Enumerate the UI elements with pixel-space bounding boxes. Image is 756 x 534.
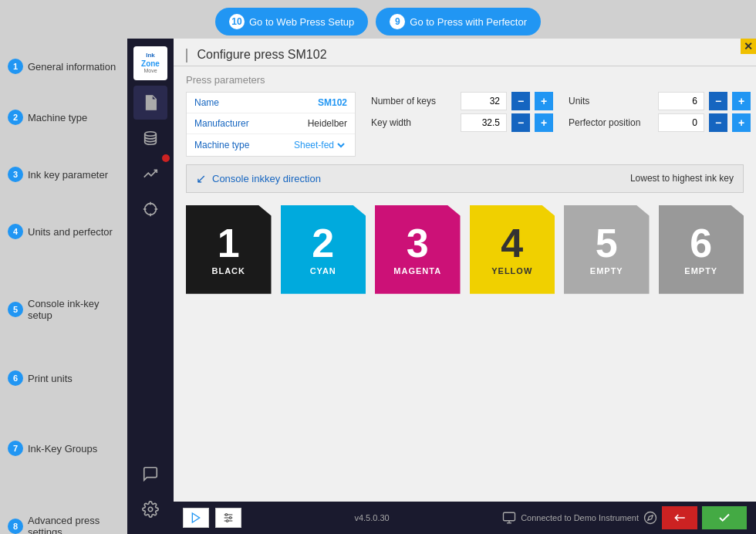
- sidebar-icon-chart[interactable]: [133, 157, 167, 191]
- svg-rect-1: [148, 105, 153, 106]
- bottom-bar: v4.5.0.30 Connected to Demo Instrument: [174, 502, 756, 534]
- sidebar-badge-1: 1: [8, 59, 23, 74]
- sidebar-label-8: Advanced press settings: [28, 515, 120, 534]
- press-with-perfector-button[interactable]: 9 Go to Press with Perfector: [376, 8, 541, 35]
- color-card-black[interactable]: 1 BLACK: [186, 205, 272, 294]
- sidebar-item-ink-key-parameter[interactable]: 3 Ink key parameter: [0, 161, 127, 188]
- bottom-right-actions: Connected to Demo Instrument: [502, 506, 747, 529]
- sidebar-item-print-units[interactable]: 6 Print units: [0, 364, 127, 392]
- web-press-label: Go to Web Press Setup: [249, 16, 354, 28]
- right-controls: Units 6 − + Perfector position 0 − +: [569, 92, 751, 157]
- key-width-plus[interactable]: +: [535, 113, 553, 132]
- color-card-magenta[interactable]: 3 MAGENTA: [375, 205, 461, 294]
- svg-point-3: [145, 204, 157, 215]
- console-icon: ↙: [196, 171, 206, 186]
- sidebar-badge-5: 5: [8, 302, 23, 317]
- color-number-6: 6: [690, 223, 712, 263]
- param-label-name: Name: [187, 93, 279, 113]
- color-card-yellow[interactable]: 4 YELLOW: [470, 205, 555, 294]
- console-inkkey-bar[interactable]: ↙ Console inkkey direction Lowest to hig…: [186, 164, 744, 193]
- color-number-2: 2: [312, 223, 334, 263]
- sidebar-item-units-and-perfector[interactable]: 4 Units and perfector: [0, 218, 127, 245]
- svg-marker-20: [648, 515, 653, 520]
- sidebar-label-2: Machine type: [28, 112, 87, 123]
- perfector-badge: 9: [390, 14, 405, 29]
- perfector-value: 0: [658, 113, 704, 132]
- color-number-3: 3: [407, 223, 429, 263]
- sidebar-badge-6: 6: [8, 370, 23, 386]
- checkmark-icon: [717, 511, 731, 525]
- confirm-action-button[interactable]: [702, 506, 747, 529]
- console-bar-left: ↙ Console inkkey direction: [196, 171, 321, 186]
- color-card-empty1[interactable]: 5 EMPTY: [564, 205, 650, 294]
- units-label: Units: [569, 96, 653, 106]
- warning-dot: [162, 154, 170, 162]
- sidebar-label-4: Units and perfector: [28, 226, 113, 238]
- sidebar-icon-database[interactable]: [133, 121, 167, 155]
- num-keys-label: Number of keys: [371, 96, 456, 106]
- color-number-5: 5: [596, 223, 618, 263]
- sidebar-item-machine-type[interactable]: 2 Machine type: [0, 103, 127, 131]
- color-card-empty2[interactable]: 6 EMPTY: [659, 205, 744, 294]
- num-keys-plus[interactable]: +: [535, 92, 553, 110]
- sidebar-item-console-ink-key[interactable]: 5 Console ink-key setup: [0, 292, 127, 327]
- version-text: v4.5.0.30: [354, 513, 389, 522]
- sidebar-icon-settings[interactable]: [133, 492, 167, 526]
- color-name-magenta: MAGENTA: [393, 266, 441, 275]
- sidebar-item-general-information[interactable]: 1 General information: [0, 52, 127, 80]
- top-button-bar: 10 Go to Web Press Setup 9 Go to Press w…: [0, 8, 756, 35]
- close-button[interactable]: ✕: [741, 39, 756, 54]
- svg-point-13: [225, 514, 228, 516]
- sidebar-badge-4: 4: [8, 224, 23, 239]
- perfector-minus[interactable]: −: [709, 113, 727, 132]
- color-name-empty2: EMPTY: [684, 266, 717, 275]
- sidebar-icon-file[interactable]: [133, 86, 167, 120]
- num-keys-value: 32: [461, 92, 507, 110]
- svg-point-14: [229, 517, 231, 519]
- sidebar-icon-crosshair[interactable]: [133, 192, 167, 226]
- console-bar-label: Console inkkey direction: [212, 173, 321, 184]
- press-parameters-section: Press parameters Name SM102 Manufacturer…: [174, 66, 756, 164]
- bottom-left-tools: [183, 508, 241, 528]
- color-card-cyan[interactable]: 2 CYAN: [281, 205, 366, 294]
- param-value-manufacturer: Heidelber: [279, 113, 355, 134]
- perfector-plus[interactable]: +: [732, 113, 751, 132]
- svg-point-15: [226, 520, 228, 522]
- web-press-badge: 10: [229, 14, 245, 29]
- number-of-keys-row: Number of keys 32 − +: [371, 92, 553, 110]
- middle-controls: Number of keys 32 − + Key width 32.5 − +: [371, 92, 553, 157]
- sidebar-item-advanced-press[interactable]: 8 Advanced press settings: [0, 509, 127, 534]
- main-content: ✕ Configure press SM102 Press parameters…: [174, 39, 756, 534]
- key-width-value: 32.5: [461, 113, 507, 132]
- settings-tool-button[interactable]: [215, 508, 241, 528]
- sidebar-label-7: Ink-Key Groups: [28, 443, 97, 455]
- page-title: Configure press SM102: [186, 48, 744, 63]
- num-keys-minus[interactable]: −: [511, 92, 530, 110]
- sidebar-labels-panel: 1 General information 2 Machine type 3 I…: [0, 39, 127, 534]
- color-name-empty1: EMPTY: [590, 266, 623, 275]
- units-minus[interactable]: −: [709, 92, 727, 110]
- param-row-machine-type: Machine type Sheet-fed: [187, 134, 355, 156]
- sidebar-icon-chat[interactable]: [133, 457, 167, 491]
- svg-rect-0: [148, 103, 154, 103]
- icon-sidebar: Ink Zone Move: [127, 39, 174, 534]
- color-number-4: 4: [501, 223, 523, 263]
- key-width-row: Key width 32.5 − +: [371, 113, 553, 132]
- units-plus[interactable]: +: [732, 92, 751, 110]
- navigate-button[interactable]: [183, 508, 209, 528]
- machine-type-select[interactable]: Sheet-fed: [291, 139, 347, 151]
- logo-button[interactable]: Ink Zone Move: [133, 46, 167, 80]
- section-title: Press parameters: [186, 74, 744, 86]
- color-name-cyan: CYAN: [310, 266, 336, 275]
- sidebar-item-ink-key-groups[interactable]: 7 Ink-Key Groups: [0, 434, 127, 462]
- web-press-setup-button[interactable]: 10 Go to Web Press Setup: [215, 8, 368, 35]
- cancel-action-button[interactable]: [662, 506, 697, 529]
- connection-icon: [502, 511, 516, 525]
- svg-point-19: [645, 512, 656, 524]
- content-header: Configure press SM102: [174, 39, 756, 66]
- svg-marker-9: [192, 513, 199, 522]
- sidebar-badge-8: 8: [8, 519, 23, 534]
- param-row-manufacturer: Manufacturer Heidelber: [187, 113, 355, 134]
- key-width-minus[interactable]: −: [511, 113, 530, 132]
- param-row-name: Name SM102: [187, 93, 355, 113]
